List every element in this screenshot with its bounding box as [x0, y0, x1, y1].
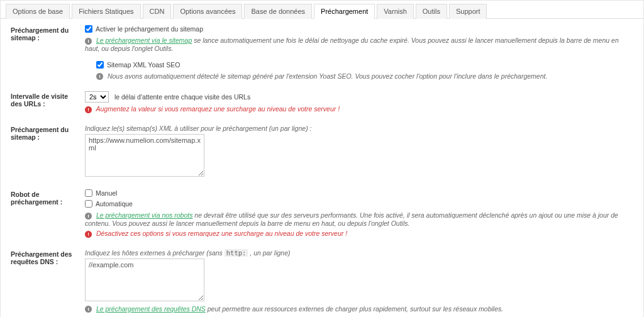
tab-prechargement[interactable]: Préchargement	[314, 4, 375, 19]
row-label: Robot de préchargement :	[11, 189, 85, 206]
tab-base-donnees[interactable]: Base de données	[244, 4, 312, 19]
desc-dns: i Le préchargement des requêtes DNS peut…	[85, 305, 633, 313]
tab-cdn[interactable]: CDN	[143, 4, 172, 19]
form-area: Préchargement du sitemap : Activer le pr…	[1, 19, 643, 317]
warning-icon: !	[85, 106, 92, 113]
interval-desc: le délai d'attente entre chaque visite d…	[114, 93, 250, 101]
warning-text: Augmentez la valeur si vous remarquez un…	[96, 105, 340, 113]
robot-warning: ! Désactivez ces options si vous remarqu…	[85, 230, 633, 238]
row-content: 2s le délai d'attente entre chaque visit…	[85, 91, 633, 113]
checkbox-activate-sitemap[interactable]: Activer le préchargement du sitemap	[85, 25, 203, 33]
row-label: Préchargement du sitemap :	[11, 125, 85, 141]
checkbox-manuel[interactable]: Manuel	[85, 189, 117, 197]
sub-block-yoast: Sitemap XML Yoast SEO i Nous avons autom…	[96, 61, 633, 81]
info-icon: i	[96, 73, 103, 80]
desc-yoast: i Nous avons automatiquement détecté le …	[96, 72, 633, 81]
warning-icon: !	[85, 231, 92, 238]
row-sitemap-urls: Préchargement du sitemap : Indiquez le(s…	[11, 125, 633, 178]
checkbox-label: Automatique	[96, 200, 133, 208]
tab-support[interactable]: Support	[449, 4, 487, 19]
info-icon: i	[85, 306, 92, 313]
hint-pre: Indiquez les hôtes externes à précharger…	[85, 249, 225, 257]
interval-select[interactable]: 2s	[85, 91, 109, 103]
settings-panel: Options de base Fichiers Statiques CDN O…	[0, 0, 644, 317]
info-icon: i	[85, 213, 92, 220]
tabs-nav: Options de base Fichiers Statiques CDN O…	[1, 1, 643, 19]
row-label: Préchargement du sitemap :	[11, 25, 85, 42]
sitemap-hint: Indiquez le(s) sitemap(s) XML à utiliser…	[85, 125, 633, 132]
dns-textarea[interactable]	[85, 259, 204, 301]
row-label: Intervalle de visite des URLs :	[11, 91, 85, 108]
checkbox-yoast-sitemap[interactable]: Sitemap XML Yoast SEO	[96, 61, 180, 69]
tab-options-avancees[interactable]: Options avancées	[173, 4, 242, 19]
tab-outils[interactable]: Outils	[416, 4, 447, 19]
row-content: Manuel Automatique i Le préchargement vi…	[85, 189, 633, 237]
hint-code: http:	[225, 249, 248, 257]
row-sitemap-preload: Préchargement du sitemap : Activer le pr…	[11, 25, 633, 80]
desc-text: Nous avons automatiquement détecté le si…	[108, 72, 547, 80]
checkbox-label: Manuel	[96, 189, 117, 197]
link-prechargement-sitemap[interactable]: Le préchargement via le sitemap	[96, 36, 192, 44]
row-content: Activer le préchargement du sitemap i Le…	[85, 25, 633, 80]
sitemap-textarea[interactable]	[85, 134, 204, 177]
row-interval: Intervalle de visite des URLs : 2s le dé…	[11, 91, 633, 113]
checkbox-label: Sitemap XML Yoast SEO	[107, 61, 180, 69]
warning-text: Désactivez ces options si vous remarquez…	[96, 230, 347, 237]
checkbox-activate-sitemap-input[interactable]	[85, 25, 92, 33]
row-label: Préchargement des requêtes DNS :	[11, 249, 85, 265]
row-content: Indiquez le(s) sitemap(s) XML à utiliser…	[85, 125, 633, 178]
row-content: Indiquez les hôtes externes à précharger…	[85, 249, 633, 313]
dns-hint: Indiquez les hôtes externes à précharger…	[85, 249, 633, 257]
link-dns[interactable]: Le préchargement des requêtes DNS	[96, 305, 206, 313]
tab-varnish[interactable]: Varnish	[377, 4, 413, 19]
tab-options-base[interactable]: Options de base	[6, 4, 70, 19]
row-robot: Robot de préchargement : Manuel Automati…	[11, 189, 633, 237]
interval-warning: ! Augmentez la valeur si vous remarquez …	[85, 105, 633, 113]
info-icon: i	[85, 38, 92, 45]
link-robot[interactable]: Le préchargement via nos robots	[96, 211, 193, 219]
tab-fichiers-statiques[interactable]: Fichiers Statiques	[72, 4, 140, 19]
hint-post: , un par ligne)	[248, 249, 290, 257]
checkbox-auto[interactable]: Automatique	[85, 200, 133, 208]
checkbox-manuel-input[interactable]	[85, 189, 92, 197]
desc-robot: i Le préchargement via nos robots ne dev…	[85, 211, 633, 227]
desc-activate-sitemap: i Le préchargement via le sitemap se lan…	[85, 36, 633, 52]
checkbox-yoast-sitemap-input[interactable]	[96, 61, 104, 69]
desc-text: peut permettre aux ressources externes d…	[206, 305, 503, 313]
row-dns: Préchargement des requêtes DNS : Indique…	[11, 249, 633, 313]
checkbox-auto-input[interactable]	[85, 200, 92, 208]
checkbox-label: Activer le préchargement du sitemap	[96, 25, 203, 33]
